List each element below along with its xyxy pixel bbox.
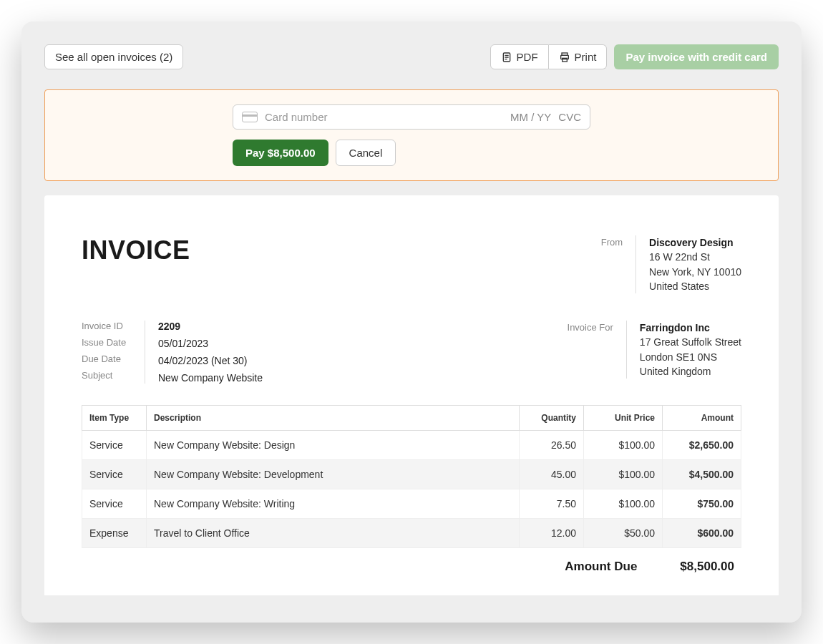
meta-labels: Invoice ID Issue Date Due Date Subject <box>82 321 132 384</box>
printer-icon <box>559 52 570 63</box>
table-row: Service New Company Website: Design 26.5… <box>82 431 741 460</box>
meta-values: 2209 05/01/2023 04/02/2023 (Net 30) New … <box>158 321 263 384</box>
table-row: Expense Travel to Client Office 12.00 $5… <box>82 519 741 548</box>
for-line2: London SE1 0NS <box>640 350 741 364</box>
divider <box>626 321 627 379</box>
meta-left: Invoice ID Issue Date Due Date Subject 2… <box>82 321 263 384</box>
card-input-group[interactable]: MM / YY CVC <box>233 104 590 130</box>
card-number-input[interactable] <box>265 111 503 123</box>
meta-label-issue: Issue Date <box>82 337 132 348</box>
col-quantity: Quantity <box>520 406 584 431</box>
meta-issue: 05/01/2023 <box>158 338 263 349</box>
col-unit-price: Unit Price <box>584 406 663 431</box>
confirm-pay-button[interactable]: Pay $8,500.00 <box>233 140 328 166</box>
for-name: Farringdon Inc <box>640 321 741 335</box>
pay-invoice-button[interactable]: Pay invoice with credit card <box>614 44 779 69</box>
cell-description: New Company Website: Writing <box>147 489 520 519</box>
cell-amount: $600.00 <box>663 519 741 548</box>
meta-id: 2209 <box>158 321 263 332</box>
for-line1: 17 Great Suffolk Street <box>640 335 741 349</box>
divider <box>635 235 636 293</box>
from-line2: New York, NY 10010 <box>649 265 741 279</box>
table-header-row: Item Type Description Quantity Unit Pric… <box>82 406 741 431</box>
cell-unit-price: $100.00 <box>584 489 663 519</box>
invoice-items-table: Item Type Description Quantity Unit Pric… <box>82 405 741 548</box>
open-invoices-button[interactable]: See all open invoices (2) <box>44 44 183 69</box>
cell-description: Travel to Client Office <box>147 519 520 548</box>
col-type: Item Type <box>82 406 147 431</box>
divider <box>145 321 145 384</box>
print-button[interactable]: Print <box>549 44 608 69</box>
for-label: Invoice For <box>563 321 613 379</box>
cell-quantity: 45.00 <box>520 460 584 489</box>
cell-unit-price: $100.00 <box>584 431 663 460</box>
meta-label-id: Invoice ID <box>82 321 132 331</box>
cell-amount: $4,500.00 <box>663 460 741 489</box>
cell-description: New Company Website: Design <box>147 431 520 460</box>
cell-type: Service <box>82 460 147 489</box>
card-cvc-hint: CVC <box>558 111 581 123</box>
invoice-header: INVOICE From Discovery Design 16 W 22nd … <box>82 235 741 293</box>
from-country: United States <box>649 279 741 293</box>
meta-subject: New Company Website <box>158 372 263 384</box>
export-button-group: PDF Print <box>490 44 608 69</box>
from-label: From <box>573 235 623 293</box>
totals-row: Amount Due $8,500.00 <box>82 548 741 574</box>
document-icon <box>501 52 512 63</box>
table-row: Service New Company Website: Writing 7.5… <box>82 489 741 519</box>
amount-due-label: Amount Due <box>565 560 637 574</box>
toolbar: See all open invoices (2) PDF Print Pay … <box>44 44 779 69</box>
pdf-button[interactable]: PDF <box>490 44 549 69</box>
cell-unit-price: $100.00 <box>584 460 663 489</box>
from-name: Discovery Design <box>649 235 741 250</box>
invoice-sheet: INVOICE From Discovery Design 16 W 22nd … <box>44 195 779 595</box>
amount-due-value: $8,500.00 <box>680 560 734 574</box>
payment-panel: MM / YY CVC Pay $8,500.00 Cancel <box>44 89 779 181</box>
for-country: United Kingdom <box>640 364 741 379</box>
cell-amount: $750.00 <box>663 489 741 519</box>
credit-card-icon <box>242 112 258 122</box>
col-description: Description <box>147 406 520 431</box>
meta-label-subject: Subject <box>82 370 132 381</box>
table-row: Service New Company Website: Development… <box>82 460 741 489</box>
app-frame: See all open invoices (2) PDF Print Pay … <box>21 21 802 623</box>
cell-quantity: 12.00 <box>520 519 584 548</box>
invoice-title: INVOICE <box>82 235 190 265</box>
from-line1: 16 W 22nd St <box>649 250 741 264</box>
invoice-meta-row: Invoice ID Issue Date Due Date Subject 2… <box>82 321 741 384</box>
cell-amount: $2,650.00 <box>663 431 741 460</box>
for-address: Farringdon Inc 17 Great Suffolk Street L… <box>640 321 741 379</box>
print-label: Print <box>575 51 597 63</box>
cell-quantity: 26.50 <box>520 431 584 460</box>
from-block: From Discovery Design 16 W 22nd St New Y… <box>573 235 741 293</box>
for-block: Invoice For Farringdon Inc 17 Great Suff… <box>563 321 741 379</box>
meta-label-due: Due Date <box>82 353 132 364</box>
cell-type: Service <box>82 431 147 460</box>
meta-due: 04/02/2023 (Net 30) <box>158 355 263 366</box>
col-amount: Amount <box>663 406 741 431</box>
pdf-label: PDF <box>517 51 538 63</box>
cell-type: Service <box>82 489 147 519</box>
cell-type: Expense <box>82 519 147 548</box>
cell-description: New Company Website: Development <box>147 460 520 489</box>
from-address: Discovery Design 16 W 22nd St New York, … <box>649 235 741 293</box>
cell-quantity: 7.50 <box>520 489 584 519</box>
cancel-button[interactable]: Cancel <box>336 140 396 166</box>
card-expiry-hint: MM / YY <box>510 111 551 123</box>
cell-unit-price: $50.00 <box>584 519 663 548</box>
